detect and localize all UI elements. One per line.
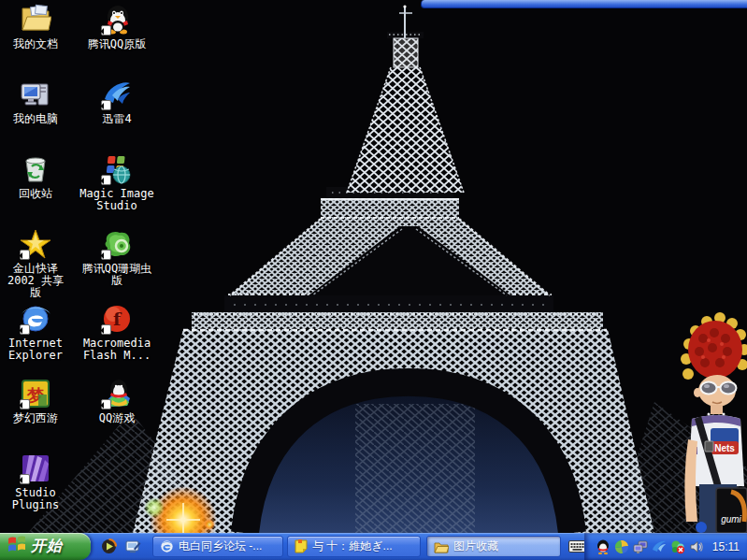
icon-label: 腾讯QQ珊瑚虫 版 (82, 263, 151, 287)
shortcut-arrow-overlay (101, 25, 111, 36)
show-desktop-icon (125, 538, 141, 554)
keyboard-icon (568, 540, 586, 553)
icon-label: Studio Plugins (12, 487, 60, 511)
desktop-icon-magic-image-studio[interactable]: Magic Image Studio (75, 153, 159, 212)
desktop-icon-qq-games[interactable]: QQ游戏 (75, 378, 159, 424)
desktop-icon-my-documents[interactable]: 我的文档 (2, 4, 69, 50)
shortcut-arrow-overlay (20, 324, 30, 335)
desktop-icon-menghuan-xiyou[interactable]: 梦 梦幻西游 (2, 378, 69, 424)
icon-label: 我的电脑 (13, 113, 58, 125)
desktop-icon-kingsoft-fastait[interactable]: 金山快译 2002 共享版 (2, 228, 69, 299)
task-button-pictures-folder[interactable]: 图片收藏 (426, 536, 561, 557)
avatar-bag-text: gumi (721, 514, 741, 524)
avatar-shirt-text: Nets (714, 443, 735, 453)
task-button-qq-chat[interactable]: 与 十：維她ぎ... (287, 536, 421, 557)
quick-launch-bar (93, 533, 157, 560)
icon-label: 金山快译 2002 共享版 (2, 263, 69, 299)
icon-label: 梦幻西游 (13, 412, 58, 424)
task-button-label: 电白同乡论坛 -... (179, 538, 262, 554)
icon-label: Macromedia Flash M... (83, 337, 151, 362)
icon-label: Internet Explorer (8, 337, 63, 362)
recycle-bin-icon (20, 153, 51, 185)
desktop-pet-avatar[interactable]: Nets gumi (666, 309, 747, 533)
shortcut-arrow-overlay (20, 474, 30, 484)
internet-explorer-icon (160, 539, 174, 553)
desktop-icon-my-computer[interactable]: 我的电脑 (2, 79, 69, 125)
taskbar: 开始 电白同乡论坛 -... 与 十：維她ぎ... 图片收藏 (0, 533, 747, 560)
shortcut-arrow-overlay (101, 399, 111, 409)
tray-qq-icon[interactable] (596, 539, 611, 554)
tray-kingsoft-icon[interactable] (614, 539, 629, 554)
icon-label: Magic Image Studio (79, 188, 153, 212)
desktop-icon-thunder4[interactable]: 迅雷4 (75, 79, 159, 125)
desktop-screen: 我的文档 腾讯QQ原版 我的电脑 迅雷4 回收站 Magi (0, 0, 747, 560)
tray-network-monitors-icon[interactable] (633, 539, 648, 554)
icon-label: 我的文档 (13, 38, 58, 50)
start-button[interactable]: 开始 (0, 533, 91, 560)
icon-label: 回收站 (19, 188, 52, 200)
tray-thunder-icon[interactable] (652, 539, 667, 554)
taskbar-clock[interactable]: 15:11 (712, 540, 740, 553)
quick-launch-show-desktop-button[interactable] (123, 538, 142, 556)
sticky-note-icon (294, 539, 308, 553)
folder-icon (434, 540, 449, 553)
shortcut-arrow-overlay (20, 399, 30, 409)
desktop-icon-studio-plugins[interactable]: Studio Plugins (2, 452, 69, 511)
windows-flag-icon (7, 536, 26, 558)
desktop-icon-qq-coral[interactable]: 腾讯QQ珊瑚虫 版 (75, 228, 159, 287)
tray-security-disabled-icon[interactable] (670, 539, 685, 554)
icon-label: 腾讯QQ原版 (88, 38, 146, 50)
task-button-label: 与 十：維她ぎ... (312, 538, 393, 554)
system-tray: 15:11 (584, 533, 747, 560)
desktop-icon-qq-original[interactable]: 腾讯QQ原版 (75, 4, 159, 50)
folder-documents-icon (20, 4, 51, 36)
shortcut-arrow-overlay (101, 175, 111, 185)
desktop-icon-recycle-bin[interactable]: 回收站 (2, 153, 69, 200)
desktop-icon-macromedia-flash[interactable]: f Macromedia Flash M... (75, 303, 159, 362)
tray-volume-icon[interactable] (689, 539, 704, 554)
desktop-icon-internet-explorer[interactable]: Internet Explorer (2, 303, 69, 362)
icon-label: 迅雷4 (102, 113, 131, 125)
shortcut-arrow-overlay (101, 100, 111, 110)
start-button-label: 开始 (31, 537, 63, 556)
task-button-label: 图片收藏 (453, 538, 498, 554)
quick-launch-media-player-button[interactable] (99, 538, 118, 556)
shortcut-arrow-overlay (20, 250, 30, 260)
shortcut-arrow-overlay (101, 324, 111, 335)
computer-icon (20, 79, 51, 110)
media-player-icon (101, 538, 117, 554)
task-button-forum[interactable]: 电白同乡论坛 -... (152, 536, 283, 557)
shortcut-arrow-overlay (101, 250, 111, 260)
offscreen-window-titlebar[interactable] (421, 0, 747, 8)
icon-label: QQ游戏 (99, 412, 135, 424)
